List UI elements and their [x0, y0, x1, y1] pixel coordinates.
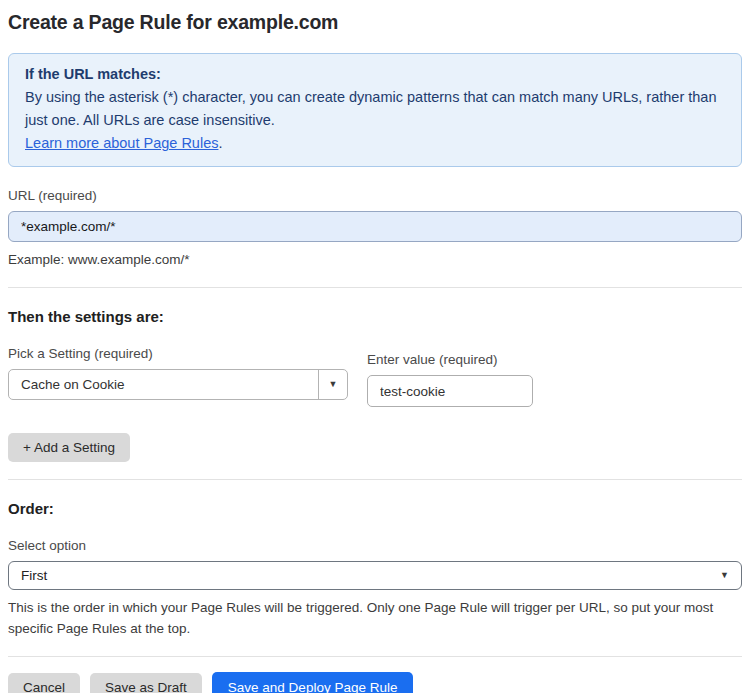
url-match-info-box: If the URL matches: By using the asteris… [8, 53, 742, 167]
page-title: Create a Page Rule for example.com [8, 11, 742, 34]
url-label: URL (required) [8, 188, 742, 203]
link-period: . [218, 135, 222, 151]
setting-select-arrow-button[interactable]: ▼ [318, 370, 347, 399]
info-box-body: By using the asterisk (*) character, you… [25, 86, 725, 132]
pick-setting-label: Pick a Setting (required) [8, 346, 348, 361]
actions-row: Cancel Save as Draft Save and Deploy Pag… [8, 672, 742, 693]
save-and-deploy-button[interactable]: Save and Deploy Page Rule [212, 672, 414, 693]
setting-select[interactable]: Cache on Cookie ▼ [8, 369, 348, 400]
chevron-down-icon: ▼ [329, 380, 338, 389]
url-input[interactable] [8, 211, 742, 242]
create-page-rule-form: Create a Page Rule for example.com If th… [0, 0, 750, 693]
cancel-button[interactable]: Cancel [8, 673, 80, 693]
settings-row: Pick a Setting (required) Cache on Cooki… [8, 325, 742, 407]
select-option-label: Select option [8, 538, 742, 553]
info-box-heading: If the URL matches: [25, 63, 725, 86]
section-divider [8, 656, 742, 657]
save-as-draft-button[interactable]: Save as Draft [90, 673, 202, 693]
info-link-line: Learn more about Page Rules. [25, 132, 725, 155]
section-divider [8, 287, 742, 288]
add-setting-button[interactable]: + Add a Setting [8, 433, 130, 462]
url-example-helper: Example: www.example.com/* [8, 249, 742, 270]
order-helper-text: This is the order in which your Page Rul… [8, 597, 742, 639]
learn-more-link[interactable]: Learn more about Page Rules [25, 135, 218, 151]
settings-section-heading: Then the settings are: [8, 308, 742, 325]
section-divider [8, 479, 742, 480]
order-section-heading: Order: [8, 500, 742, 517]
enter-value-column: Enter value (required) [367, 325, 533, 407]
setting-select-value: Cache on Cookie [9, 370, 318, 399]
enter-value-label: Enter value (required) [367, 352, 533, 367]
order-select-value: First [21, 568, 47, 583]
chevron-down-icon: ▼ [720, 571, 729, 580]
setting-value-input[interactable] [367, 375, 533, 407]
pick-setting-column: Pick a Setting (required) Cache on Cooki… [8, 325, 348, 407]
order-select[interactable]: First ▼ [8, 561, 742, 590]
